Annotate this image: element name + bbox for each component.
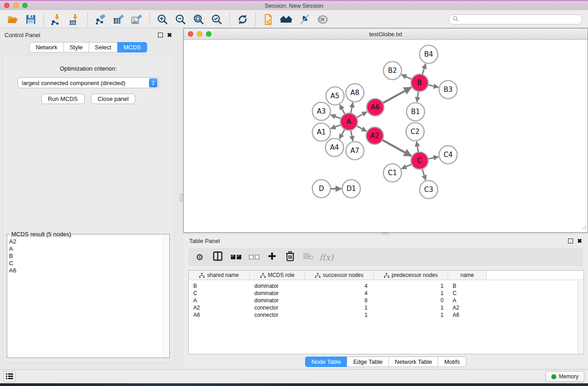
- graph-edge-A-A6[interactable]: [356, 112, 367, 118]
- delete-column-button[interactable]: [283, 250, 297, 264]
- function-builder-button[interactable]: f(x): [320, 250, 333, 264]
- graph-edge-C-C2[interactable]: [416, 142, 418, 152]
- graph-node-B1[interactable]: B1: [406, 103, 425, 121]
- graph-edge-B-B4[interactable]: [422, 64, 425, 75]
- graph-node-D[interactable]: D: [312, 180, 330, 198]
- tab-network-table[interactable]: Network Table: [388, 357, 438, 367]
- tab-network[interactable]: Network: [29, 42, 63, 52]
- column-header-mcds-role[interactable]: MCDS role: [250, 271, 305, 280]
- graph-edge-A-A8[interactable]: [351, 103, 353, 114]
- graph-edge-C-C4[interactable]: [428, 157, 439, 159]
- ndex-button[interactable]: [259, 12, 277, 27]
- graph-edge-A-A5[interactable]: [340, 105, 345, 114]
- graph-edge-C-C3[interactable]: [422, 168, 425, 180]
- tab-style[interactable]: Style: [63, 42, 89, 52]
- tab-motifs[interactable]: Motifs: [438, 357, 466, 367]
- graph-node-B4[interactable]: B4: [420, 45, 438, 63]
- graph-edge-A-A4[interactable]: [339, 129, 345, 139]
- tab-mcds[interactable]: MCDS: [117, 42, 147, 52]
- graph-edge-B-B3[interactable]: [428, 85, 439, 87]
- graph-node-C2[interactable]: C2: [406, 123, 424, 141]
- tab-node-table[interactable]: Node Table: [305, 357, 347, 367]
- delete-table-button[interactable]: [301, 250, 315, 264]
- graph-node-C1[interactable]: C1: [383, 164, 402, 182]
- table-row[interactable]: Adominator80A: [189, 297, 583, 304]
- zoom-in-button[interactable]: [153, 12, 172, 27]
- column-visibility-button[interactable]: [211, 250, 225, 264]
- graph-node-D1[interactable]: D1: [342, 180, 360, 198]
- resize-grip-icon[interactable]: [581, 224, 587, 232]
- import-network-button[interactable]: [48, 12, 66, 27]
- vertical-splitter-grip[interactable]: [180, 194, 183, 202]
- graph-edge-A2-C[interactable]: [382, 140, 411, 156]
- result-scrollbar[interactable]: [163, 235, 169, 357]
- graph-edge-B-B2[interactable]: [402, 75, 412, 80]
- graph-node-A2[interactable]: A2: [366, 127, 383, 144]
- show-hide-panel-button[interactable]: [314, 12, 332, 27]
- result-item[interactable]: C: [9, 260, 163, 267]
- result-item[interactable]: A2: [9, 238, 163, 245]
- result-item[interactable]: A: [9, 245, 163, 253]
- home-apps-button[interactable]: [277, 12, 296, 27]
- column-header-successor-nodes[interactable]: successor nodes: [305, 271, 374, 280]
- column-header-shared-name[interactable]: shared name: [189, 271, 250, 280]
- import-table-button[interactable]: [66, 12, 84, 27]
- criterion-dropdown[interactable]: largest connected component (directed) ▲…: [18, 77, 159, 88]
- graph-node-A1[interactable]: A1: [312, 123, 330, 141]
- table-scrollbar[interactable]: [578, 281, 583, 353]
- refresh-button[interactable]: [234, 12, 252, 27]
- open-session-button[interactable]: [4, 12, 22, 27]
- tab-select[interactable]: Select: [89, 42, 117, 52]
- graph-node-C3[interactable]: C3: [420, 181, 438, 199]
- close-panel-icon[interactable]: ✖: [167, 33, 172, 38]
- graph-node-A6[interactable]: A6: [367, 99, 384, 116]
- search-field[interactable]: [449, 14, 583, 24]
- hide-graphics-details-button[interactable]: [296, 12, 314, 27]
- float-table-panel-icon[interactable]: [568, 238, 573, 243]
- float-panel-icon[interactable]: [158, 33, 163, 38]
- graph-edge-A-A3[interactable]: [331, 115, 342, 119]
- add-column-button[interactable]: [265, 250, 279, 264]
- graph-node-B2[interactable]: B2: [383, 62, 402, 80]
- graph-node-A3[interactable]: A3: [312, 102, 330, 120]
- graph-node-A5[interactable]: A5: [326, 87, 344, 105]
- graph-node-A7[interactable]: A7: [346, 142, 364, 160]
- close-panel-button[interactable]: Close panel: [91, 94, 136, 104]
- zoom-out-button[interactable]: [172, 12, 190, 27]
- graph-node-A[interactable]: A: [340, 113, 358, 130]
- table-row[interactable]: Bdominator41B: [189, 282, 583, 290]
- graph-node-B[interactable]: B: [411, 74, 428, 91]
- table-row[interactable]: A6connector11A6: [189, 311, 583, 319]
- graph-node-C4[interactable]: C4: [439, 146, 457, 164]
- network-canvas[interactable]: B4B2BB3A5A8A6B1A3AA1C2A2A4A7C4CC1C3DD1: [184, 40, 588, 232]
- graph-node-A4[interactable]: A4: [325, 138, 344, 157]
- result-item[interactable]: B: [9, 253, 163, 260]
- graph-node-C[interactable]: C: [411, 152, 428, 169]
- graph-node-B3[interactable]: B3: [439, 81, 457, 99]
- table-settings-button[interactable]: ⚙: [193, 250, 206, 264]
- deselect-all-button[interactable]: [247, 250, 261, 264]
- graph-edge-A6-B[interactable]: [382, 87, 411, 103]
- tab-edge-table[interactable]: Edge Table: [347, 357, 388, 367]
- close-table-panel-icon[interactable]: ✖: [577, 238, 582, 243]
- column-header-name[interactable]: name: [448, 271, 487, 280]
- zoom-fit-button[interactable]: [190, 12, 208, 27]
- table-row[interactable]: Cdominator41C: [189, 290, 583, 297]
- select-all-button[interactable]: [229, 250, 243, 264]
- graph-edge-A-A1[interactable]: [331, 124, 342, 129]
- search-input[interactable]: [459, 16, 578, 23]
- task-history-button[interactable]: [4, 371, 15, 382]
- run-mcds-button[interactable]: Run MCDS: [41, 94, 85, 104]
- graph-edge-B-B1[interactable]: [417, 91, 418, 102]
- memory-button[interactable]: Memory: [545, 371, 584, 382]
- table-row[interactable]: A2connector11A2: [189, 304, 583, 311]
- column-header-predecessor-nodes[interactable]: predecessor nodes: [374, 271, 448, 280]
- graph-edge-C-C1[interactable]: [402, 164, 412, 169]
- graph-edge-A-A7[interactable]: [351, 130, 353, 141]
- graph-node-A8[interactable]: A8: [346, 84, 364, 102]
- zoom-selected-button[interactable]: [208, 12, 226, 27]
- export-network-button[interactable]: [91, 12, 110, 27]
- export-image-button[interactable]: [128, 12, 146, 27]
- save-session-button[interactable]: [22, 12, 40, 27]
- result-item[interactable]: A6: [9, 267, 163, 274]
